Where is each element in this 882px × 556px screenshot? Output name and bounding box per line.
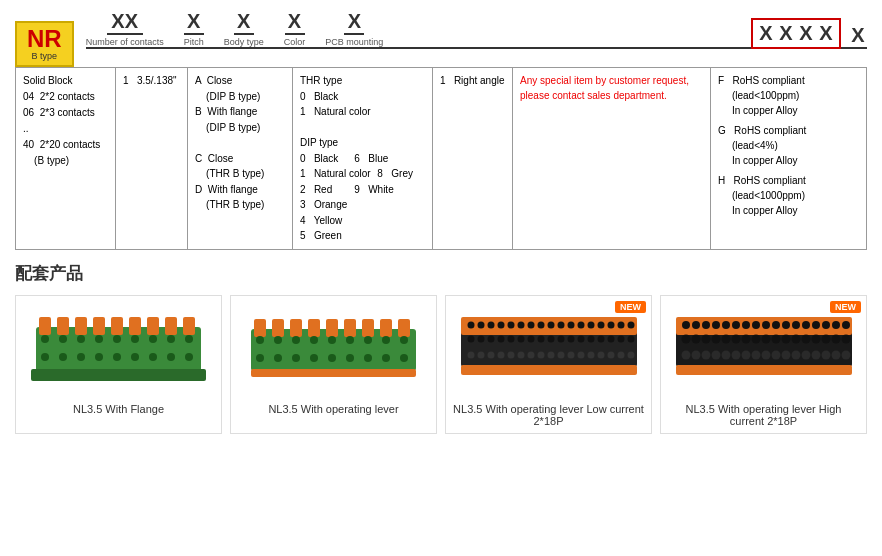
svg-point-105 xyxy=(577,352,584,359)
svg-point-118 xyxy=(722,321,730,329)
svg-point-63 xyxy=(497,322,504,329)
svg-point-109 xyxy=(617,352,624,359)
svg-rect-9 xyxy=(183,317,195,335)
svg-point-136 xyxy=(731,335,740,344)
svg-point-164 xyxy=(841,351,850,360)
svg-point-17 xyxy=(167,335,175,343)
code-x-last: X xyxy=(849,24,867,47)
svg-point-51 xyxy=(310,354,318,362)
svg-rect-28 xyxy=(31,369,206,381)
col-color: THR type 0 Black 1 Natural color DIP typ… xyxy=(293,68,433,249)
svg-rect-7 xyxy=(147,317,159,335)
svg-point-56 xyxy=(400,354,408,362)
svg-point-88 xyxy=(577,336,584,343)
svg-point-138 xyxy=(751,335,760,344)
svg-rect-5 xyxy=(111,317,123,335)
svg-point-151 xyxy=(711,351,720,360)
svg-point-102 xyxy=(547,352,554,359)
svg-point-81 xyxy=(507,336,514,343)
svg-rect-165 xyxy=(676,365,852,375)
svg-point-13 xyxy=(95,335,103,343)
svg-point-163 xyxy=(831,351,840,360)
nr-label: NR xyxy=(27,27,62,51)
svg-point-161 xyxy=(811,351,820,360)
svg-point-97 xyxy=(497,352,504,359)
svg-point-123 xyxy=(772,321,780,329)
code-x-pcb: X PCB mounting xyxy=(325,10,383,47)
svg-rect-6 xyxy=(129,317,141,335)
spec-table: Solid Block 04 2*2 contacts 06 2*3 conta… xyxy=(15,67,867,250)
col-special: Any special item by customer request, pl… xyxy=(513,68,711,249)
svg-point-119 xyxy=(732,321,740,329)
b-type-label: B type xyxy=(27,51,62,61)
svg-point-90 xyxy=(597,336,604,343)
svg-point-132 xyxy=(691,335,700,344)
svg-point-158 xyxy=(781,351,790,360)
svg-point-91 xyxy=(607,336,614,343)
svg-point-54 xyxy=(364,354,372,362)
svg-point-16 xyxy=(149,335,157,343)
svg-point-40 xyxy=(274,336,282,344)
svg-point-146 xyxy=(831,335,840,344)
svg-point-62 xyxy=(487,322,494,329)
svg-rect-1 xyxy=(39,317,51,335)
col-rohs: F RoHS compliant (lead<100ppm) In copper… xyxy=(711,68,866,249)
svg-point-116 xyxy=(702,321,710,329)
svg-point-152 xyxy=(721,351,730,360)
svg-point-46 xyxy=(382,336,390,344)
svg-rect-57 xyxy=(251,369,416,377)
svg-point-107 xyxy=(597,352,604,359)
svg-point-162 xyxy=(821,351,830,360)
product-card-3: NEW xyxy=(445,295,652,434)
code-x-pitch: X Pitch xyxy=(184,10,204,47)
svg-rect-37 xyxy=(380,319,392,337)
product-image-3 xyxy=(452,302,645,397)
svg-point-100 xyxy=(527,352,534,359)
code-x-body: X Body type xyxy=(224,10,264,47)
col-pitch: 1 3.5/.138" xyxy=(116,68,188,249)
svg-point-101 xyxy=(537,352,544,359)
svg-point-10 xyxy=(41,335,49,343)
svg-rect-8 xyxy=(165,317,177,335)
svg-point-24 xyxy=(131,353,139,361)
product-image-1 xyxy=(22,302,215,397)
svg-point-39 xyxy=(256,336,264,344)
svg-point-68 xyxy=(547,322,554,329)
svg-point-79 xyxy=(487,336,494,343)
svg-point-41 xyxy=(292,336,300,344)
product-label-4: NL3.5 With operating lever High current … xyxy=(667,403,860,427)
svg-point-45 xyxy=(364,336,372,344)
col-contacts: Solid Block 04 2*2 contacts 06 2*3 conta… xyxy=(16,68,116,249)
new-badge-3: NEW xyxy=(615,301,646,313)
product-card-1: NL3.5 With Flange xyxy=(15,295,222,434)
svg-point-157 xyxy=(771,351,780,360)
svg-point-147 xyxy=(841,335,850,344)
svg-point-108 xyxy=(607,352,614,359)
code-xx: XX Number of contacts xyxy=(86,10,164,47)
svg-point-27 xyxy=(185,353,193,361)
svg-point-130 xyxy=(842,321,850,329)
svg-point-70 xyxy=(567,322,574,329)
svg-point-23 xyxy=(113,353,121,361)
svg-point-12 xyxy=(77,335,85,343)
svg-point-128 xyxy=(822,321,830,329)
svg-point-99 xyxy=(517,352,524,359)
connector-svg-3 xyxy=(459,309,639,389)
products-title: 配套产品 xyxy=(15,262,867,285)
svg-point-140 xyxy=(771,335,780,344)
svg-point-149 xyxy=(691,351,700,360)
svg-point-131 xyxy=(681,335,690,344)
svg-point-121 xyxy=(752,321,760,329)
special-text: Any special item by customer request, pl… xyxy=(520,73,703,103)
svg-point-61 xyxy=(477,322,484,329)
svg-point-154 xyxy=(741,351,750,360)
svg-point-77 xyxy=(467,336,474,343)
svg-point-110 xyxy=(627,352,634,359)
svg-rect-3 xyxy=(75,317,87,335)
col-pcb-mounting: 1 Right angle xyxy=(433,68,513,249)
svg-point-142 xyxy=(791,335,800,344)
svg-point-11 xyxy=(59,335,67,343)
svg-point-87 xyxy=(567,336,574,343)
svg-point-25 xyxy=(149,353,157,361)
svg-point-76 xyxy=(627,322,634,329)
